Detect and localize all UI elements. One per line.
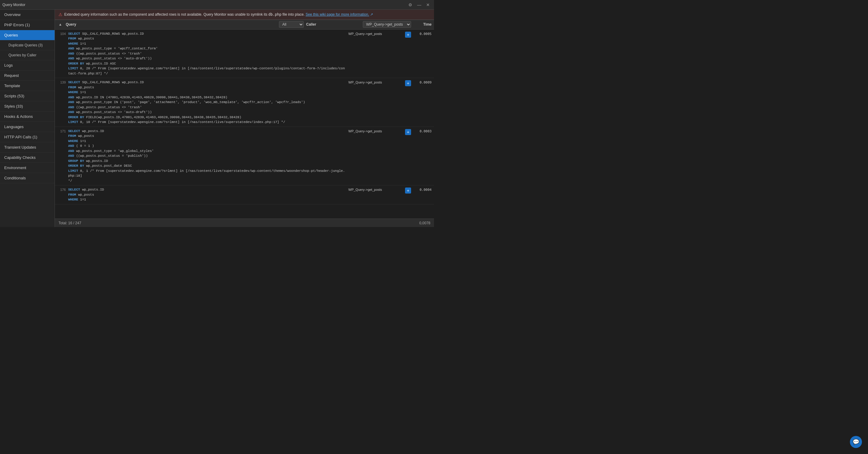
sql-keyword: FROM [68,37,78,40]
close-button[interactable]: ✕ [424,2,432,8]
query-number: 176 [57,187,66,191]
warning-bar: ⚠ Extended query information such as the… [55,10,434,20]
time-column-header: Time [413,22,432,27]
minimize-button[interactable]: — [415,2,423,8]
sidebar-item-languages[interactable]: Languages [0,122,55,132]
sql-keyword: SELECT [68,80,82,84]
caller-filter-select[interactable]: WP_Query->get_posts [363,21,411,28]
expand-button[interactable]: + [405,80,411,86]
caller-column-header: Caller [306,22,361,27]
sort-button[interactable]: ▲ [57,22,63,27]
title-bar: Query Monitor ⚙ — ✕ [0,0,434,10]
sql-keyword: LIMIT [68,67,80,70]
sidebar-item-template[interactable]: Template [0,81,55,91]
sql-keyword: GROUP BY [68,159,86,163]
sidebar-item-logs[interactable]: Logs [0,60,55,70]
sql-keyword: AND [68,100,76,104]
warning-text-before: Extended query information such as the c… [64,12,269,17]
sql-keyword: FROM [68,193,78,197]
warning-link[interactable]: See this wiki page for more information. [306,12,369,17]
sql-keyword: AND [68,96,76,99]
sidebar-item-transient-updates[interactable]: Transient Updates [0,142,55,153]
table-row: 171SELECT wp_posts.IDFROM wp_postsWHERE … [55,127,434,186]
query-column-header: Query [66,22,277,27]
sidebar-item-scripts[interactable]: Scripts (53) [0,91,55,101]
query-time: 0.0009 [413,80,432,85]
type-filter-select[interactable]: All SELECT INSERT UPDATE DELETE [279,21,304,28]
query-number: 104 [57,31,66,36]
sql-keyword: AND [68,154,76,158]
sql-keyword: AND [68,144,76,148]
sidebar-item-http-api-calls[interactable]: HTTP API Calls (1) [0,132,55,142]
sql-keyword: FROM [68,86,78,89]
sidebar-item-request[interactable]: Request [0,70,55,81]
sql-keyword: LIMIT [68,120,80,124]
table-row: 176SELECT wp_posts.IDFROM wp_postsWHERE … [55,185,434,204]
sql-keyword: ORDER BY [68,164,86,168]
sql-keyword: SELECT [68,188,82,191]
sidebar-item-php-errors[interactable]: PHP Errors (1) [0,20,55,30]
query-number: 139 [57,80,66,84]
footer-total: Total: 16 / 247 [59,221,81,225]
sidebar-item-queries-by-caller[interactable]: Queries by Caller [0,50,55,60]
expand-button[interactable]: + [405,129,411,135]
title-bar-controls: ⚙ — ✕ [407,2,432,8]
table-row: 104SELECT SQL_CALC_FOUND_ROWS wp_posts.I… [55,30,434,78]
sql-keyword: SELECT [68,32,82,36]
query-time: 0.0005 [413,31,432,36]
sql-keyword: WHERE [68,198,80,201]
query-sql: SELECT wp_posts.IDFROM wp_postsWHERE 1=1… [68,129,346,184]
query-number: 171 [57,129,66,133]
sql-keyword: AND [68,105,76,109]
warning-text: Extended query information such as the c… [64,12,430,17]
sql-keyword: AND [68,149,76,153]
warning-text-after: file into place. [281,12,305,17]
queries-list: 104SELECT SQL_CALC_FOUND_ROWS wp_posts.I… [55,30,434,219]
warning-code: db.php [269,12,281,17]
footer: Total: 16 / 247 0,0078 [55,219,434,227]
query-sql: SELECT wp_posts.IDFROM wp_postsWHERE 1=1 [68,187,346,202]
query-caller: WP_Query->get_posts [348,80,403,84]
main-content: ⚠ Extended query information such as the… [55,10,434,227]
sql-keyword: WHERE [68,139,80,143]
settings-button[interactable]: ⚙ [407,2,414,8]
warning-link-arrow: ↗ [370,12,373,17]
sql-keyword: AND [68,57,76,60]
warning-icon: ⚠ [59,12,62,17]
sql-keyword: ORDER BY [68,116,86,119]
sidebar-item-hooks-actions[interactable]: Hooks & Actions [0,111,55,122]
query-caller: WP_Query->get_posts [348,187,403,191]
sql-keyword: WHERE [68,91,80,94]
sidebar-item-duplicate-queries[interactable]: Duplicate Queries (3) [0,40,55,50]
sidebar-item-conditionals[interactable]: Conditionals [0,173,55,183]
sidebar-item-environment[interactable]: Environment [0,163,55,173]
sidebar-item-overview[interactable]: Overview [0,10,55,20]
sidebar-item-styles[interactable]: Styles (33) [0,101,55,111]
sql-keyword: LIMIT [68,169,80,173]
query-time: 0.0003 [413,129,432,133]
sql-keyword: WHERE [68,42,80,45]
sidebar-item-queries[interactable]: Queries [0,30,55,40]
sql-keyword: AND [68,110,76,114]
expand-button[interactable]: + [405,32,411,38]
app-title: Query Monitor [2,3,25,7]
footer-time: 0,0078 [419,221,430,225]
main-layout: OverviewPHP Errors (1)QueriesDuplicate Q… [0,10,434,227]
table-row: 139SELECT SQL_CALC_FOUND_ROWS wp_posts.I… [55,78,434,127]
sql-keyword: AND [68,47,76,50]
query-sql: SELECT SQL_CALC_FOUND_ROWS wp_posts.IDFR… [68,80,346,125]
query-caller: WP_Query->get_posts [348,31,403,36]
sql-keyword: AND [68,52,76,56]
app-container: Query Monitor ⚙ — ✕ OverviewPHP Errors (… [0,0,434,227]
sql-keyword: SELECT [68,129,82,133]
sidebar: OverviewPHP Errors (1)QueriesDuplicate Q… [0,10,55,227]
query-caller: WP_Query->get_posts [348,129,403,133]
table-header: ▲ Query All SELECT INSERT UPDATE DELETE … [55,20,434,30]
sql-keyword: ORDER BY [68,62,86,65]
sql-keyword: FROM [68,134,78,138]
query-sql: SELECT SQL_CALC_FOUND_ROWS wp_posts.IDFR… [68,31,346,76]
sidebar-item-capability-checks[interactable]: Capability Checks [0,153,55,163]
query-time: 0.0004 [413,187,432,192]
expand-button[interactable]: + [405,188,411,194]
